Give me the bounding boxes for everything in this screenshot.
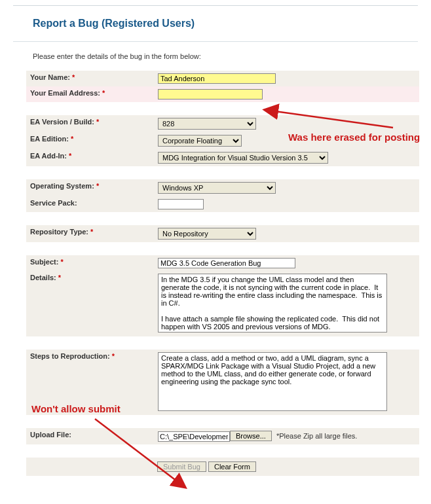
label-email: Your Email Address: * (26, 86, 154, 102)
label-details: Details: * (26, 271, 154, 336)
edition-select[interactable]: Corporate Floating (158, 135, 242, 147)
bug-form: Your Name: * Your Email Address: * EA Ve… (26, 71, 419, 476)
label-steps: Steps to Reproduction: * (26, 350, 154, 415)
details-textarea[interactable] (158, 274, 387, 333)
label-addin: EA Add-In: * (26, 149, 154, 166)
label-name: Your Name: * (26, 71, 154, 86)
label-os: Operating System: * (26, 179, 154, 196)
label-sp: Service Pack: (26, 196, 154, 212)
submit-button[interactable]: Submit Bug (157, 461, 206, 472)
name-input[interactable] (158, 73, 276, 84)
page-title: Report a Bug (Registered Users) (0, 6, 431, 41)
browse-button[interactable]: Browse... (230, 431, 272, 441)
upload-note: *Please Zip all large files. (276, 432, 358, 440)
upload-path-input[interactable] (158, 431, 230, 442)
label-edition: EA Edition: * (26, 132, 154, 149)
intro-text: Please enter the details of the bug in t… (0, 42, 431, 71)
clear-button[interactable]: Clear Form (208, 461, 256, 472)
steps-textarea[interactable] (158, 352, 387, 411)
version-select[interactable]: 828 (158, 118, 256, 130)
email-input[interactable] (158, 89, 263, 99)
repo-select[interactable]: No Repository (158, 228, 256, 240)
addin-select[interactable]: MDG Integration for Visual Studio Versio… (158, 152, 328, 164)
label-repo: Repository Type: * (26, 225, 154, 242)
sp-input[interactable] (158, 199, 204, 209)
subject-input[interactable] (158, 258, 295, 268)
label-upload: Upload File: (26, 428, 154, 444)
label-version: EA Version / Build: * (26, 115, 154, 132)
label-subject: Subject: * (26, 255, 154, 271)
os-select[interactable]: Windows XP (158, 182, 276, 194)
